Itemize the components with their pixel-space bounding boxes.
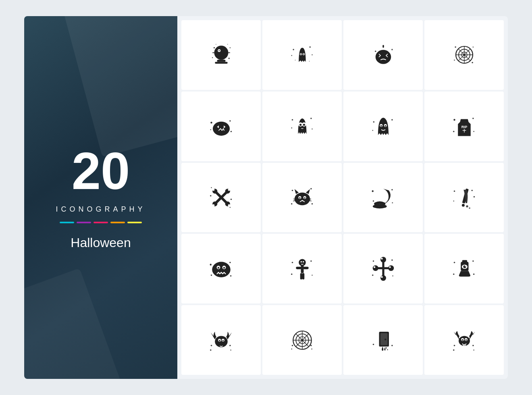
svg-point-79 <box>211 187 212 188</box>
svg-point-102 <box>469 207 470 209</box>
svg-rect-143 <box>462 260 467 263</box>
svg-point-125 <box>310 260 312 262</box>
svg-point-7 <box>213 47 215 49</box>
crystal-ball-icon <box>207 41 235 69</box>
svg-point-85 <box>304 197 305 199</box>
svg-point-90 <box>291 190 293 191</box>
svg-point-77 <box>210 195 212 197</box>
svg-point-131 <box>380 275 386 281</box>
svg-point-36 <box>472 62 473 64</box>
icon-cell-jack-o-lantern <box>181 91 261 161</box>
color-bar-cyan <box>60 222 74 223</box>
door-drip-icon <box>369 326 397 354</box>
rip-coffin-icon: RIP <box>450 112 478 140</box>
svg-point-146 <box>465 265 466 266</box>
svg-point-95 <box>372 190 373 192</box>
svg-point-43 <box>210 129 211 131</box>
svg-point-103 <box>471 190 473 191</box>
icon-cell-pumpkin-face <box>343 20 423 90</box>
svg-point-114 <box>210 274 212 276</box>
icon-cell-ghost-1 <box>262 20 342 90</box>
color-bar-yellow <box>127 222 142 223</box>
svg-point-12 <box>227 44 228 45</box>
svg-point-93 <box>311 203 313 205</box>
voodoo-doll-icon <box>288 255 316 283</box>
icon-cell-knife <box>424 163 504 233</box>
svg-point-115 <box>230 275 231 277</box>
svg-point-107 <box>212 262 231 277</box>
svg-point-47 <box>299 124 301 126</box>
svg-point-24 <box>375 50 391 64</box>
svg-point-37 <box>454 60 455 61</box>
svg-point-174 <box>384 339 386 340</box>
icon-cell-monster-face <box>181 234 261 304</box>
bone-cross-icon <box>369 255 397 283</box>
svg-point-76 <box>228 204 230 206</box>
svg-rect-117 <box>301 265 303 273</box>
color-bar-pink <box>94 222 108 223</box>
svg-point-105 <box>453 190 455 192</box>
svg-point-185 <box>472 345 474 346</box>
svg-point-97 <box>372 200 374 202</box>
svg-point-81 <box>294 193 310 206</box>
color-bar-orange <box>110 222 125 223</box>
svg-point-19 <box>291 55 292 56</box>
svg-point-38 <box>472 47 474 48</box>
svg-point-126 <box>291 273 293 275</box>
svg-point-156 <box>210 345 212 346</box>
svg-point-91 <box>310 188 312 189</box>
pumpkin-face-icon <box>369 41 397 69</box>
svg-point-9 <box>212 57 213 58</box>
svg-point-149 <box>453 273 455 275</box>
svg-point-63 <box>453 119 455 121</box>
svg-point-0 <box>214 46 228 60</box>
svg-point-183 <box>465 339 467 341</box>
svg-point-154 <box>218 340 220 341</box>
svg-point-75 <box>212 204 214 206</box>
svg-point-101 <box>466 205 468 207</box>
svg-point-73 <box>212 189 214 191</box>
ghost-2-icon <box>369 112 397 140</box>
icon-cell-crossed-bones <box>181 163 261 233</box>
svg-point-113 <box>229 262 231 263</box>
svg-point-138 <box>372 260 374 262</box>
svg-point-169 <box>310 345 312 346</box>
vampire-bat-icon <box>450 326 478 354</box>
svg-point-8 <box>228 58 230 59</box>
svg-point-18 <box>309 46 311 48</box>
icon-grid: RIP <box>177 16 508 379</box>
svg-point-65 <box>453 131 455 133</box>
svg-point-74 <box>228 189 230 191</box>
svg-rect-40 <box>220 123 222 126</box>
svg-point-147 <box>453 262 455 263</box>
svg-rect-121 <box>302 273 304 279</box>
svg-rect-118 <box>296 267 301 269</box>
svg-point-48 <box>303 124 305 126</box>
svg-point-21 <box>295 60 295 61</box>
icon-cell-crystal-ball <box>181 20 261 90</box>
icon-cell-voodoo-doll <box>262 234 342 304</box>
ghost-1-icon <box>288 41 316 69</box>
svg-point-15 <box>300 54 301 55</box>
svg-point-170 <box>291 348 292 349</box>
svg-point-56 <box>384 125 386 127</box>
svg-point-10 <box>229 48 231 49</box>
svg-point-122 <box>300 261 302 263</box>
main-container: 20 ICONOGRAPHY Halloween <box>24 16 508 379</box>
potion-eye-icon <box>450 255 478 283</box>
svg-point-171 <box>311 348 312 349</box>
svg-point-184 <box>453 345 455 346</box>
svg-point-158 <box>210 349 212 351</box>
color-bars <box>60 222 142 223</box>
svg-rect-5 <box>217 60 225 62</box>
svg-rect-173 <box>380 333 388 345</box>
icon-cell-rip-coffin: RIP <box>424 91 504 161</box>
svg-point-136 <box>373 266 375 268</box>
monster-face-icon <box>207 255 235 283</box>
svg-point-111 <box>223 267 224 268</box>
svg-point-25 <box>375 51 376 52</box>
svg-point-80 <box>229 207 231 208</box>
svg-point-177 <box>372 343 374 345</box>
svg-point-168 <box>291 345 293 346</box>
svg-point-41 <box>210 122 212 123</box>
